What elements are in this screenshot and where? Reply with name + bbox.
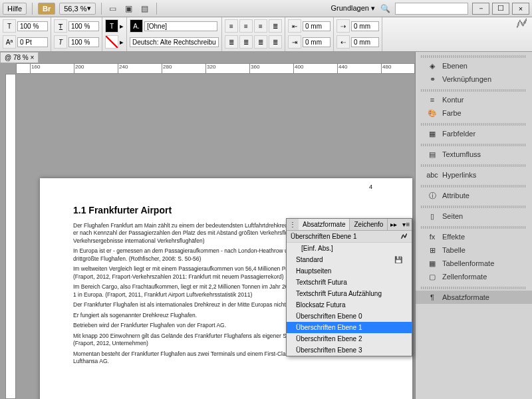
view-mode-icon[interactable]: ▭ — [107, 3, 119, 15]
style-item[interactable]: Überschriften Ebene 1 — [287, 322, 412, 333]
panel-label: Seiten — [442, 212, 463, 220]
quick-apply-icon[interactable]: 🗲 — [401, 233, 408, 240]
tab-absatzformate[interactable]: Absatzformate — [299, 219, 350, 230]
panel-icon: ▯ — [426, 211, 438, 221]
panel-icon: ▦ — [426, 259, 438, 268]
style-item[interactable]: [Einf. Abs.] — [287, 243, 412, 254]
tab-zeichenformate[interactable]: Zeichenfo — [350, 219, 388, 230]
panel-icon: ⚭ — [426, 74, 438, 84]
panel-textumfluss[interactable]: ▤Textumfluss — [416, 148, 532, 161]
panel-attribute[interactable]: ⓘAttribute — [416, 189, 532, 202]
search-input[interactable] — [395, 3, 468, 15]
panel-farbe[interactable]: 🎨Farbe — [416, 106, 532, 120]
zoom-level[interactable]: 56,3 % ▾ — [59, 3, 95, 15]
panel-label: Farbe — [442, 109, 462, 117]
last-line[interactable] — [351, 37, 379, 47]
first-line-icon[interactable]: ⇢ — [336, 19, 350, 33]
panel-label: Effekte — [442, 233, 465, 241]
font-size-x[interactable] — [17, 21, 48, 31]
last-line-icon[interactable]: ⇠ — [336, 35, 350, 49]
scale-h[interactable] — [68, 21, 99, 31]
align-right-icon[interactable]: ≡ — [254, 19, 267, 33]
panel-zellenformate[interactable]: ▢Zellenformate — [416, 270, 532, 283]
char-format-icon[interactable]: T — [3, 19, 16, 33]
help-menu[interactable]: Hilfe — [3, 3, 27, 15]
panel-icon: ¶ — [426, 293, 438, 302]
panel-ebenen[interactable]: ◈Ebenen — [416, 59, 532, 72]
panel-tabellenformate[interactable]: ▦Tabellenformate — [416, 257, 532, 270]
maximize-button[interactable]: ☐ — [492, 3, 509, 15]
style-item[interactable]: Hauptseiten — [287, 265, 412, 277]
panel-label: Zellenformate — [442, 273, 487, 281]
fill-icon[interactable]: T — [105, 19, 118, 33]
menubar: Hilfe Br 56,3 % ▾ ▭ ▣ ▤ Grundlagen ▾ 🔍 －… — [0, 0, 532, 17]
char-style-icon[interactable]: A. — [130, 19, 143, 33]
panel-label: Hyperlinks — [442, 171, 476, 179]
heading[interactable]: 1.1 Frankfurter Airport — [73, 205, 379, 215]
panel-label: Ebenen — [442, 62, 467, 70]
panel-icon: fx — [426, 232, 438, 241]
justify-left-icon[interactable]: ≣ — [225, 35, 238, 49]
vertical-ruler — [5, 74, 16, 399]
workspace-switcher[interactable]: Grundlagen ▾ — [331, 4, 375, 13]
screen-mode-icon[interactable]: ▣ — [123, 3, 135, 15]
panel-dock: ◈Ebenen⚭Verknüpfungen≡Kontur🎨Farbe▦Farbf… — [415, 52, 532, 399]
stroke-icon[interactable] — [105, 35, 118, 49]
panel-farbfelder[interactable]: ▦Farbfelder — [416, 127, 532, 140]
justify-right-icon[interactable]: ≣ — [254, 35, 267, 49]
panel-label: Verknüpfungen — [442, 75, 491, 83]
style-item[interactable]: Textschrift Futura — [287, 277, 412, 288]
style-item[interactable]: Standard💾 — [287, 254, 412, 265]
panel-icon: ◈ — [426, 61, 438, 70]
panel-seiten[interactable]: ▯Seiten — [416, 209, 532, 223]
panel-icon: ▦ — [426, 129, 438, 138]
panel-collapse-icon[interactable]: ▸▸ — [388, 219, 400, 230]
bridge-button[interactable]: Br — [38, 3, 55, 15]
justify-center-icon[interactable]: ≣ — [239, 35, 253, 49]
indent-left-icon[interactable]: ⇤ — [288, 19, 301, 33]
indent-right[interactable] — [303, 37, 331, 47]
panel-label: Tabellenformate — [442, 259, 494, 267]
align-left-icon[interactable]: ≡ — [225, 19, 238, 33]
panel-tabelle[interactable]: ⊞Tabelle — [416, 243, 532, 257]
style-item[interactable]: Überschriften Ebene 3 — [287, 344, 412, 356]
panel-label: Absatzformate — [442, 293, 489, 301]
panel-label: Attribute — [442, 192, 469, 200]
panel-icon: ▢ — [426, 272, 438, 281]
panel-verknüpfungen[interactable]: ⚭Verknüpfungen — [416, 72, 532, 86]
language[interactable] — [130, 37, 219, 47]
indent-left[interactable] — [303, 21, 331, 31]
panel-label: Kontur — [442, 96, 464, 104]
scale-h-icon[interactable]: T̲ — [54, 19, 67, 33]
style-item[interactable]: Blocksatz Futura — [287, 299, 412, 311]
panel-menu-icon[interactable]: ▾≡ — [400, 219, 412, 230]
align-center-icon[interactable]: ≡ — [239, 19, 253, 33]
justify-all-icon[interactable]: ≣ — [269, 35, 282, 49]
justify-icon[interactable]: ≣ — [269, 19, 282, 33]
leading-icon[interactable]: Aª — [3, 35, 16, 49]
arrange-icon[interactable]: ▤ — [139, 3, 151, 15]
indent-right-icon[interactable]: ⇥ — [288, 35, 301, 49]
char-style[interactable] — [144, 21, 217, 31]
panel-absatzformate[interactable]: ¶Absatzformate — [416, 291, 532, 304]
first-line[interactable] — [351, 21, 379, 31]
skew-icon[interactable]: T — [54, 35, 67, 49]
style-item[interactable]: Überschriften Ebene 2 — [287, 333, 412, 344]
panel-icon: ≡ — [426, 95, 438, 104]
quick-apply-icon[interactable]: 🗲 — [512, 17, 532, 51]
control-panel: T Aª T̲ T T▸ ▸ A. ≡ ≡ ≡ ≣ ≣ ≣ ≣ ≣ ⇤ ⇥ ⇢ … — [0, 17, 532, 52]
panel-hyperlinks[interactable]: abcHyperlinks — [416, 168, 532, 182]
paragraph-styles-panel[interactable]: ⋮ Absatzformate Zeichenfo ▸▸ ▾≡ Überschr… — [286, 218, 412, 356]
doc-zoom-tab[interactable]: @ 78 % × — [0, 52, 39, 63]
drag-handle-icon[interactable]: ⋮ — [287, 219, 299, 230]
scale-v[interactable] — [68, 37, 99, 47]
panel-icon: abc — [426, 170, 438, 180]
panel-kontur[interactable]: ≡Kontur — [416, 93, 532, 106]
close-button[interactable]: × — [512, 3, 529, 15]
leading-input[interactable] — [17, 37, 48, 47]
style-item[interactable]: Textschrift Futura Aufzählung — [287, 288, 412, 299]
save-icon: 💾 — [394, 256, 402, 263]
minimize-button[interactable]: － — [472, 3, 489, 15]
panel-effekte[interactable]: fxEffekte — [416, 230, 532, 243]
style-item[interactable]: Überschriften Ebene 0 — [287, 311, 412, 322]
